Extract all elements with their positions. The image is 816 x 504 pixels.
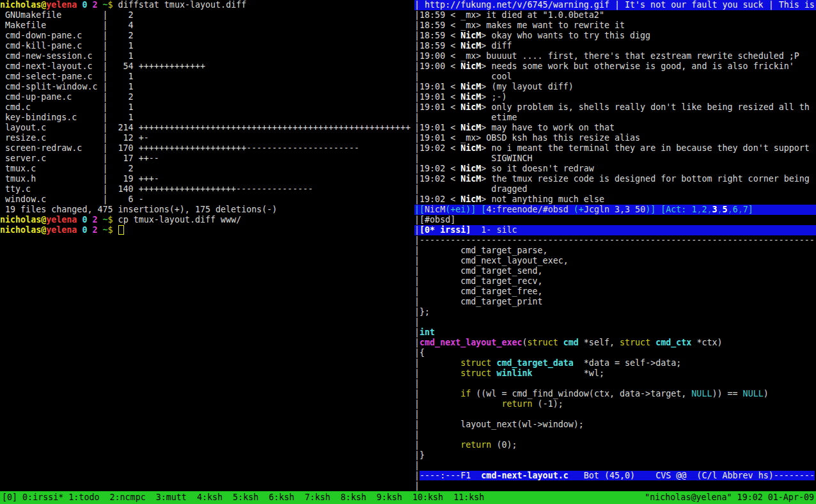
text-segment: int (420, 327, 435, 337)
terminal-row: |19:01 < NicM> may have to work on that (414, 123, 816, 133)
text-segment: | (414, 287, 420, 296)
text-segment (558, 338, 563, 347)
terminal-row: tmux.c | 2 (0, 164, 414, 174)
text-segment: | (414, 184, 420, 194)
text-segment: cool (420, 72, 512, 81)
text-segment: | (414, 31, 420, 40)
text-segment: NicM (460, 143, 481, 153)
status-bar-window-list[interactable]: [0] 0:irssi* 1:todo 2:ncmpc 3:mutt 4:ksh… (0, 491, 486, 504)
text-segment: , (707, 205, 712, 214)
text-segment: cmd-up-pane.c | 2 (0, 92, 134, 102)
text-segment: ] (748, 205, 753, 214)
text-segment: struct (620, 338, 650, 347)
text-segment: | (414, 194, 420, 204)
terminal-row: |19:02 < NicM> not anything much else (414, 194, 816, 205)
text-segment: 2 (92, 225, 97, 235)
text-segment: cp tmux-layout.diff www/ (113, 215, 242, 224)
text-segment: return (460, 440, 491, 450)
terminal-row: | (414, 379, 816, 389)
text-segment: 19:01 < (420, 102, 460, 112)
text-segment: 1- silc (481, 225, 517, 235)
terminal-row: |18:59 < NicM> diff (414, 41, 816, 51)
text-segment: , (728, 205, 733, 214)
text-segment: cmd-split-window.c | 1 (0, 82, 134, 91)
text-segment: nicholas@ (0, 225, 46, 235)
text-segment: layout.c | 214 +++++++++++++++++++++++++… (0, 123, 411, 132)
text-segment: , (718, 205, 723, 214)
text-segment: (-1); (533, 399, 563, 409)
text-segment: > (my layout diff) (481, 82, 573, 91)
text-segment: > ;-) (481, 92, 506, 102)
text-segment: 18:59 < (420, 31, 460, 40)
terminal-row: |19:01 < _mx> OBSD ksh has this resize a… (414, 133, 816, 143)
text-segment (420, 399, 501, 409)
text-segment: NicM (460, 194, 481, 204)
text-segment: | (414, 51, 420, 61)
text-segment: | (414, 450, 420, 460)
terminal-row: | (414, 317, 816, 327)
text-segment: diffstat tmux-layout.diff (113, 0, 247, 10)
text-segment: | (414, 20, 420, 30)
text-segment: 19:01 < (420, 123, 460, 132)
text-segment: > needs some work but otherwise is good,… (481, 61, 794, 71)
text-segment: nicholas@ (0, 0, 46, 10)
terminal-cursor (118, 225, 124, 235)
terminal-row: | if ((wl = cmd_find_window(ctx, data->t… (414, 389, 816, 399)
text-segment: 19:02 < (420, 194, 460, 204)
text-segment: | (414, 307, 420, 317)
terminal-row: | return (0); (414, 440, 816, 450)
text-segment: *data = self->data; (574, 358, 682, 368)
terminal-row: cmd.c | 1 (0, 102, 414, 113)
text-segment: | (414, 92, 420, 102)
text-segment: server.c | 17 ++-- (0, 154, 159, 163)
terminal-row: |19:01 < NicM> only problem is, shells r… (414, 102, 816, 113)
text-segment: cmd_next_layout_exec (420, 338, 522, 347)
text-segment: | (414, 430, 420, 439)
terminal-row: |---------------------------------------… (414, 235, 816, 246)
text-segment: 2 (92, 0, 97, 10)
shell-pane[interactable]: nicholas@yelena 0 2 ~$ diffstat tmux-lay… (0, 0, 414, 491)
terminal-row: cmd-select-pane.c | 1 (0, 72, 414, 82)
text-segment: ) (645, 205, 650, 214)
text-segment: ~ (103, 0, 108, 10)
text-segment: ----:---F1 (420, 471, 481, 480)
text-segment: dragged (420, 184, 528, 194)
text-segment: 19:00 < (420, 61, 460, 71)
text-segment: cmd_target_print (420, 297, 543, 306)
terminal-row: Makefile | 4 (0, 20, 414, 31)
text-segment: cmd_target_parse, (420, 246, 548, 255)
text-segment: ----------------------------------------… (420, 235, 815, 245)
text-segment: | (414, 327, 420, 337)
terminal-row: | cmd_target_parse, (414, 246, 816, 256)
terminal-row: |19:02 < NicM> so it doesn't redraw (414, 164, 816, 174)
terminal-row: nicholas@yelena 0 2 ~$ cp tmux-layout.di… (0, 215, 414, 225)
text-segment: 19:02 < (420, 143, 460, 153)
terminal-row: |[#obsd] (414, 215, 816, 225)
terminal-row: | struct winlink *wl; (414, 368, 816, 379)
text-segment: ((wl = cmd_find_window(ctx, data->target… (471, 389, 691, 398)
text-segment: | (414, 338, 420, 347)
text-segment: $ (108, 225, 113, 235)
tmux-status-bar: [0] 0:irssi* 1:todo 2:ncmpc 3:mutt 4:ksh… (0, 491, 816, 504)
text-segment (650, 338, 655, 347)
terminal-row: |19:00 < _mx> buuuut .... first, there's… (414, 51, 816, 61)
text-segment: resize.c | 12 +- (0, 133, 149, 143)
text-segment: Bot (45,0) CVS @@ (C/l Abbrev hs)-------… (569, 471, 815, 480)
terminal-row: | (414, 481, 816, 491)
terminal-row: |19:02 < NicM> the tmux resize code is d… (414, 174, 816, 184)
irc-editor-pane[interactable]: | http://fukung.net/v/6745/warning.gif |… (414, 0, 816, 491)
text-segment: cmd-select-pane.c | 1 (0, 72, 134, 81)
text-segment: cmd-next-layout.c | 54 +++++++++++++ (0, 61, 205, 71)
text-segment: yelena (46, 225, 77, 235)
text-segment: tmux.h | 19 +++- (0, 174, 159, 184)
terminal-screen[interactable]: nicholas@yelena 0 2 ~$ diffstat tmux-lay… (0, 0, 816, 504)
terminal-row: |[0* irssi] 1- silc (414, 225, 816, 235)
text-segment: 19:00 < _mx> buuuut .... first, there's … (420, 51, 799, 61)
text-segment: NicM (460, 61, 481, 71)
text-segment: 19:01 < (420, 92, 460, 102)
terminal-row: |}; (414, 307, 816, 317)
text-segment: | (414, 368, 420, 378)
terminal-row: | etime (414, 113, 816, 123)
text-segment: struct (460, 368, 491, 378)
terminal-row: cmd-next-layout.c | 54 +++++++++++++ (0, 61, 414, 72)
